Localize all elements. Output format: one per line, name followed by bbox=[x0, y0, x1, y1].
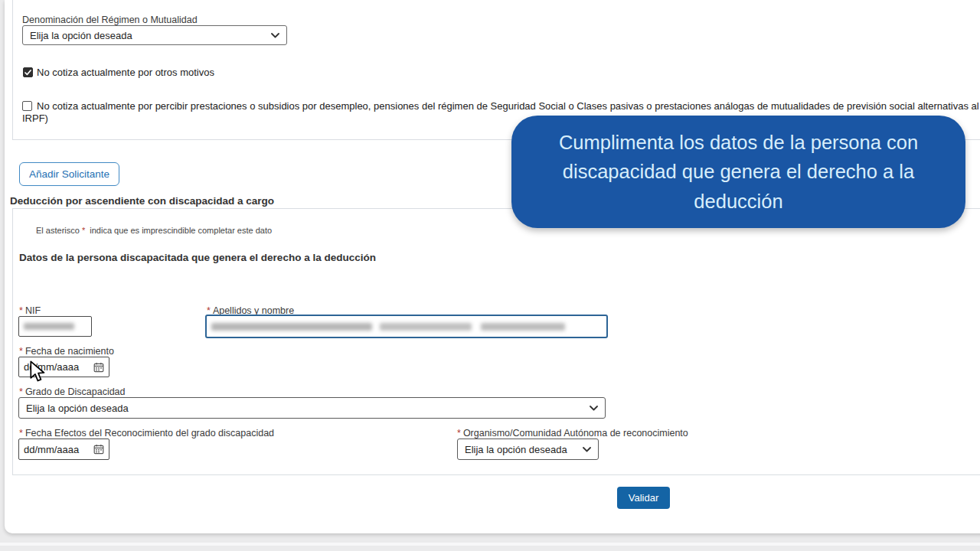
recognition-date-placeholder: dd/mm/aaaa bbox=[24, 444, 79, 455]
nif-label-text: NIF bbox=[25, 305, 41, 316]
disability-grade-label-text: Grado de Discapacidad bbox=[25, 386, 126, 397]
chevron-down-icon bbox=[583, 447, 591, 452]
required-asterisk: * bbox=[19, 386, 23, 397]
calendar-icon[interactable] bbox=[93, 362, 104, 373]
birthdate-label: *Fecha de nacimiento bbox=[19, 346, 114, 357]
recognition-date-input[interactable]: dd/mm/aaaa bbox=[18, 439, 109, 460]
redacted-apellidos-value bbox=[380, 323, 472, 331]
checkbox-prestaciones-label-line2: IRPF) bbox=[22, 112, 48, 124]
required-note-pre: El asterisco bbox=[36, 226, 82, 235]
required-asterisk: * bbox=[19, 428, 23, 439]
section-title: Deducción por ascendiente con discapacid… bbox=[10, 195, 274, 207]
checkbox-prestaciones-label-line1: No cotiza actualmente por percibir prest… bbox=[37, 100, 980, 112]
disability-grade-select-value: Elija la opción deseada bbox=[26, 403, 129, 414]
checkbox-otros-motivos-label: No cotiza actualmente por otros motivos bbox=[37, 67, 214, 78]
organism-select[interactable]: Elija la opción deseada bbox=[457, 439, 599, 460]
required-asterisk: * bbox=[457, 428, 461, 439]
required-asterisk: * bbox=[19, 346, 23, 357]
checkbox-no-cotiza-otros-motivos[interactable] bbox=[23, 67, 33, 77]
required-note-post: indica que es imprescindible completar e… bbox=[87, 226, 272, 235]
calendar-icon[interactable] bbox=[93, 444, 104, 455]
mouse-cursor-icon bbox=[29, 360, 49, 386]
tutorial-callout: Cumplimenta los datos de la persona con … bbox=[511, 116, 965, 228]
regimen-label: Denominación del Régimen o Mutualidad bbox=[22, 15, 198, 25]
organism-select-value: Elija la opción deseada bbox=[465, 444, 567, 455]
redacted-apellidos-value bbox=[211, 323, 372, 331]
required-asterisk: * bbox=[19, 305, 23, 316]
birthdate-label-text: Fecha de nacimiento bbox=[25, 346, 114, 357]
disability-grade-label: *Grado de Discapacidad bbox=[19, 386, 126, 397]
check-icon bbox=[24, 70, 31, 76]
chevron-down-icon bbox=[590, 406, 598, 411]
nif-input[interactable] bbox=[18, 316, 92, 337]
checkbox-no-cotiza-prestaciones[interactable] bbox=[22, 101, 32, 111]
add-applicant-button[interactable]: Añadir Solicitante bbox=[19, 162, 119, 186]
regimen-select[interactable]: Elija la opción deseada bbox=[22, 25, 287, 45]
organism-label-text: Organismo/Comunidad Autónoma de reconoci… bbox=[463, 428, 688, 439]
required-asterisk: * bbox=[82, 226, 85, 235]
required-note: El asterisco * indica que es imprescindi… bbox=[36, 226, 272, 235]
footer-divider bbox=[0, 543, 980, 546]
recognition-date-label-text: Fecha Efectos del Reconocimiento del gra… bbox=[25, 428, 274, 439]
nif-label: *NIF bbox=[19, 305, 41, 316]
validate-button[interactable]: Validar bbox=[617, 487, 670, 509]
section-subtitle: Datos de la persona discapacitada que ge… bbox=[19, 252, 376, 263]
chevron-down-icon bbox=[271, 33, 279, 38]
recognition-date-label: *Fecha Efectos del Reconocimiento del gr… bbox=[19, 428, 274, 439]
disability-grade-select[interactable]: Elija la opción deseada bbox=[18, 397, 606, 419]
organism-label: *Organismo/Comunidad Autónoma de reconoc… bbox=[457, 428, 688, 439]
redacted-apellidos-value bbox=[481, 323, 565, 331]
regimen-select-value: Elija la opción deseada bbox=[30, 30, 132, 41]
redacted-nif-value bbox=[24, 323, 74, 330]
apellidos-input[interactable] bbox=[205, 315, 608, 338]
